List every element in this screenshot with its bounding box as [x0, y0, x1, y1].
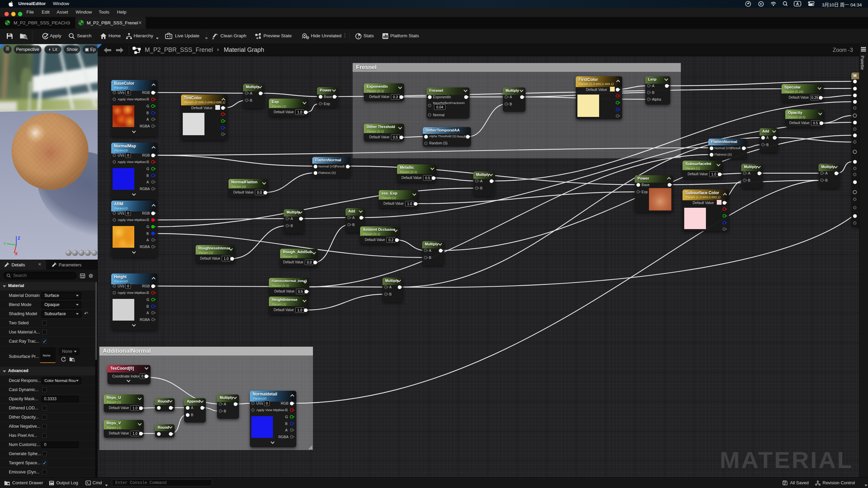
svg-text:Z: Z — [18, 236, 20, 241]
svg-text:X: X — [15, 251, 18, 256]
svg-text:i: i — [358, 36, 359, 39]
svg-text:A: A — [796, 2, 799, 6]
svg-text:Y: Y — [3, 242, 6, 246]
